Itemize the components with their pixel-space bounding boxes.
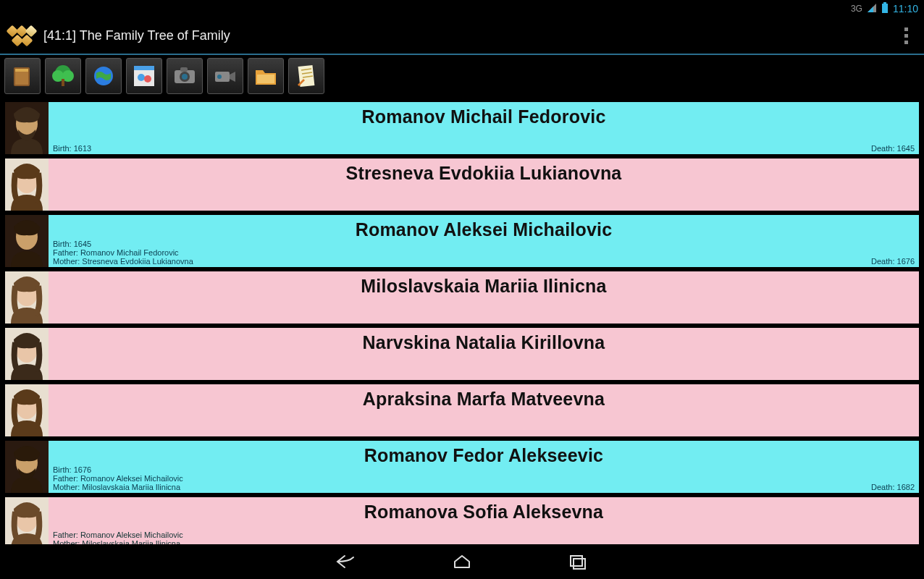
person-meta-left: Birth: 1676Father: Romanov Aleksei Micha…	[53, 465, 183, 491]
person-row[interactable]: Romanov Fedor AlekseevicBirth: 1676Fathe…	[4, 440, 920, 494]
people-icon[interactable]	[126, 58, 162, 94]
portrait-thumbnail	[5, 441, 49, 493]
svg-rect-20	[257, 75, 274, 83]
portrait-thumbnail	[5, 271, 49, 324]
person-name: Stresneva Evdokiia Lukianovna	[53, 163, 915, 184]
person-name: Apraksina Marfa Matveevna	[53, 389, 915, 410]
person-row[interactable]: Romanov Michail FedorovicBirth: 1613Deat…	[4, 101, 920, 155]
svg-point-19	[217, 75, 222, 79]
page-title: [41:1] The Family Tree of Family	[43, 28, 230, 43]
person-meta-left: Birth: 1613	[53, 144, 91, 153]
svg-point-12	[138, 74, 145, 81]
person-row[interactable]: Romanova Sofia AleksevnaFather: Romanov …	[4, 496, 920, 544]
person-name: Romanov Fedor Alekseevic	[53, 445, 915, 466]
person-row[interactable]: Narvskina Natalia Kirillovna	[4, 327, 920, 381]
notes-icon[interactable]	[288, 58, 324, 94]
person-card: Stresneva Evdokiia Lukianovna	[49, 159, 919, 211]
portrait-thumbnail	[5, 102, 49, 154]
toolbar	[0, 55, 924, 97]
signal-icon	[867, 3, 877, 15]
portrait-thumbnail	[5, 497, 49, 544]
person-meta-right: Death: 1682	[871, 483, 915, 491]
person-row[interactable]: Romanov Aleksei MichailovicBirth: 1645Fa…	[4, 214, 920, 268]
portrait-thumbnail	[5, 215, 49, 267]
svg-rect-15	[180, 67, 188, 72]
portrait-thumbnail	[5, 328, 49, 380]
person-meta-right: Death: 1676	[871, 257, 915, 266]
svg-point-13	[144, 75, 151, 83]
portrait-thumbnail	[5, 159, 49, 211]
person-meta-right: Death: 1645	[871, 144, 915, 153]
person-name: Narvskina Natalia Kirillovna	[53, 332, 915, 353]
person-card: Romanov Aleksei MichailovicBirth: 1645Fa…	[49, 215, 919, 267]
folder-icon[interactable]	[248, 58, 284, 94]
person-name: Romanov Michail Fedorovic	[53, 106, 915, 127]
person-name: Miloslavskaia Mariia Ilinicna	[53, 276, 915, 297]
video-icon[interactable]	[207, 58, 243, 94]
book-icon[interactable]	[4, 58, 41, 94]
status-bar: 3G 11:10	[0, 0, 924, 17]
android-navbar	[0, 544, 924, 579]
clock-label: 11:10	[893, 3, 918, 14]
svg-rect-8	[62, 79, 64, 86]
svg-rect-11	[134, 66, 154, 70]
svg-point-17	[182, 74, 188, 80]
camera-icon[interactable]	[167, 58, 203, 94]
person-name: Romanova Sofia Aleksevna	[53, 502, 915, 523]
person-meta-left: Birth: 1645Father: Romanov Michail Fedor…	[53, 240, 193, 266]
svg-rect-42	[574, 559, 585, 569]
person-card: Romanov Michail FedorovicBirth: 1613Deat…	[49, 102, 919, 154]
svg-rect-1	[882, 4, 888, 13]
person-card: Romanova Sofia AleksevnaFather: Romanov …	[49, 497, 919, 544]
person-row[interactable]: Apraksina Marfa Matveevna	[4, 384, 920, 437]
battery-icon	[881, 2, 889, 16]
network-label: 3G	[851, 4, 862, 14]
home-button[interactable]	[448, 547, 476, 576]
app-icon	[7, 21, 36, 50]
person-name: Romanov Aleksei Michailovic	[53, 219, 915, 240]
person-row[interactable]: Stresneva Evdokiia Lukianovna	[4, 158, 920, 211]
person-list: Romanov Michail FedorovicBirth: 1613Deat…	[4, 101, 920, 544]
svg-rect-0	[883, 2, 886, 4]
person-card: Apraksina Marfa Matveevna	[49, 384, 919, 436]
person-row[interactable]: Miloslavskaia Mariia Ilinicna	[4, 271, 920, 324]
globe-icon[interactable]	[85, 58, 122, 94]
overflow-menu-icon[interactable]	[895, 25, 917, 46]
person-card: Miloslavskaia Mariia Ilinicna	[49, 271, 919, 324]
svg-rect-41	[571, 556, 582, 566]
svg-rect-4	[15, 69, 28, 72]
person-card: Narvskina Natalia Kirillovna	[49, 328, 919, 380]
person-meta-left: Father: Romanov Aleksei MichailovicMothe…	[53, 531, 183, 544]
back-button[interactable]	[332, 547, 361, 576]
action-bar: [41:1] The Family Tree of Family	[0, 17, 924, 55]
person-card: Romanov Fedor AlekseevicBirth: 1676Fathe…	[49, 441, 919, 493]
recent-apps-button[interactable]	[563, 547, 592, 576]
tree-icon[interactable]	[45, 58, 81, 94]
portrait-thumbnail	[5, 384, 49, 436]
